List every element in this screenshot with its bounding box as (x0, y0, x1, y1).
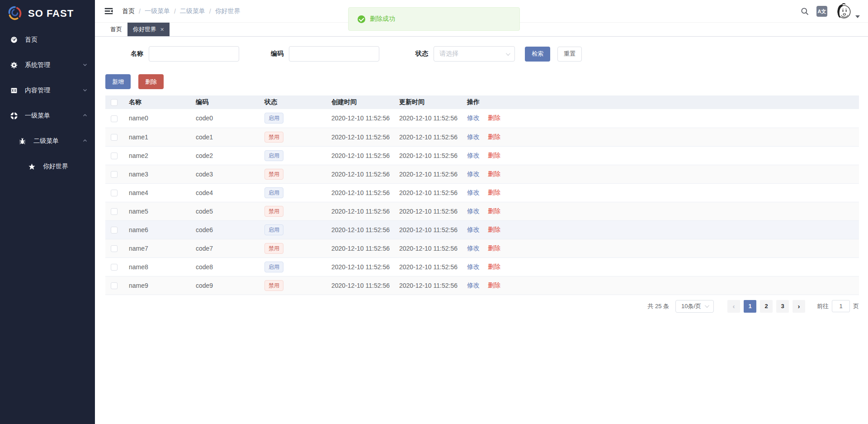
edit-link[interactable]: 修改 (467, 263, 480, 270)
edit-link[interactable]: 修改 (467, 189, 480, 196)
language-icon[interactable]: A文 (816, 6, 827, 17)
row-checkbox[interactable] (111, 152, 118, 159)
success-check-icon (358, 15, 365, 23)
sidebar-item-content[interactable]: 内容管理 (0, 78, 95, 103)
sidebar: SO FAST 首页 (0, 0, 95, 424)
cell-updated-time: 2020-12-10 11:52:56 (399, 146, 467, 165)
app-root: SO FAST 首页 (0, 0, 868, 424)
row-checkbox[interactable] (111, 264, 118, 271)
goto-page-input[interactable] (832, 300, 850, 312)
row-checkbox[interactable] (111, 227, 118, 233)
sidebar-item-system[interactable]: 系统管理 (0, 52, 95, 78)
edit-link[interactable]: 修改 (467, 152, 480, 159)
page-button-3[interactable]: 3 (776, 300, 789, 313)
row-checkbox[interactable] (111, 208, 118, 215)
cell-code: code6 (196, 220, 264, 239)
delete-link[interactable]: 删除 (488, 170, 500, 177)
edit-link[interactable]: 修改 (467, 281, 480, 289)
pagination: 共 25 条 10条/页 1 2 3 前往 页 (105, 300, 859, 313)
delete-link[interactable]: 删除 (488, 281, 500, 289)
row-checkbox[interactable] (111, 134, 118, 141)
status-badge: 启用 (264, 262, 283, 272)
code-input[interactable] (289, 46, 379, 62)
sidebar-item-level1-menu[interactable]: 一级菜单 (0, 103, 95, 129)
table-row: name1 code1 禁用 2020-12-10 11:52:56 2020-… (105, 128, 859, 146)
delete-link[interactable]: 删除 (488, 263, 500, 270)
gear-icon (10, 61, 18, 69)
logo-swirl-icon (5, 4, 24, 23)
cell-updated-time: 2020-12-10 11:52:56 (399, 257, 467, 276)
delete-link[interactable]: 删除 (488, 114, 500, 121)
tab-hello-world[interactable]: 你好世界 ✕ (127, 23, 170, 36)
search-button[interactable]: 检索 (525, 47, 550, 62)
logo-text: SO FAST (28, 8, 74, 19)
row-checkbox[interactable] (111, 190, 118, 196)
delete-link[interactable]: 删除 (488, 226, 500, 233)
status-select[interactable]: 请选择 (434, 46, 515, 62)
sidebar-item-label: 你好世界 (43, 162, 68, 171)
status-badge: 启用 (264, 113, 283, 124)
status-badge: 禁用 (264, 206, 283, 217)
delete-link[interactable]: 删除 (488, 244, 500, 252)
sidebar-toggle-icon[interactable] (104, 6, 114, 16)
add-button[interactable]: 新增 (105, 74, 131, 89)
next-page-button[interactable] (793, 300, 805, 313)
tab-home[interactable]: 首页 (105, 23, 127, 36)
reset-button[interactable]: 重置 (557, 47, 582, 62)
name-input[interactable] (149, 46, 239, 62)
edit-link[interactable]: 修改 (467, 244, 480, 252)
cell-code: code7 (196, 239, 264, 257)
row-checkbox[interactable] (111, 171, 118, 178)
page-content: 名称 编码 状态 请选择 检索 重置 新增 删除 (95, 37, 868, 424)
delete-link[interactable]: 删除 (488, 189, 500, 196)
status-badge: 禁用 (264, 169, 283, 180)
search-icon[interactable] (800, 7, 809, 16)
sidebar-item-hello-world[interactable]: 你好世界 (0, 154, 95, 179)
delete-button[interactable]: 删除 (138, 74, 164, 89)
delete-link[interactable]: 删除 (488, 133, 500, 140)
tab-close-icon[interactable]: ✕ (160, 27, 164, 32)
edit-link[interactable]: 修改 (467, 226, 480, 233)
cell-name: name5 (129, 202, 196, 220)
cell-updated-time: 2020-12-10 11:52:56 (399, 276, 467, 295)
pager: 1 2 3 (726, 300, 807, 313)
page-button-2[interactable]: 2 (760, 300, 773, 313)
row-checkbox[interactable] (111, 282, 118, 289)
avatar-dropdown[interactable] (834, 2, 860, 21)
cell-updated-time: 2020-12-10 11:52:56 (399, 202, 467, 220)
prev-page-button[interactable] (727, 300, 740, 313)
table-row: name9 code9 禁用 2020-12-10 11:52:56 2020-… (105, 276, 859, 295)
pagination-total: 共 25 条 (647, 302, 669, 310)
cell-updated-time: 2020-12-10 11:52:56 (399, 239, 467, 257)
cell-created-time: 2020-12-10 11:52:56 (331, 183, 399, 202)
table-row: name4 code4 启用 2020-12-10 11:52:56 2020-… (105, 183, 859, 202)
success-toast: 删除成功 (348, 7, 520, 31)
sidebar-item-label: 内容管理 (25, 86, 50, 95)
cell-created-time: 2020-12-10 11:52:56 (331, 276, 399, 295)
cell-name: name0 (129, 109, 196, 128)
row-checkbox[interactable] (111, 245, 118, 252)
edit-link[interactable]: 修改 (467, 207, 480, 214)
cell-created-time: 2020-12-10 11:52:56 (331, 257, 399, 276)
cell-code: code5 (196, 202, 264, 220)
cell-name: name1 (129, 128, 196, 146)
sidebar-item-level2-menu[interactable]: 二级菜单 (0, 129, 95, 154)
page-button-1[interactable]: 1 (744, 300, 756, 313)
status-badge: 启用 (264, 150, 283, 161)
cell-code: code1 (196, 128, 264, 146)
edit-link[interactable]: 修改 (467, 133, 480, 140)
edit-link[interactable]: 修改 (467, 170, 480, 177)
delete-link[interactable]: 删除 (488, 207, 500, 214)
page-size-select[interactable]: 10条/页 (675, 300, 714, 313)
breadcrumb-item-home[interactable]: 首页 (122, 7, 135, 15)
status-badge: 禁用 (264, 243, 283, 254)
sidebar-item-home[interactable]: 首页 (0, 27, 95, 52)
breadcrumb: 首页 / 一级菜单 / 二级菜单 / 你好世界 (122, 7, 241, 15)
logo: SO FAST (0, 0, 95, 27)
select-all-checkbox[interactable] (111, 99, 118, 106)
sidebar-item-label: 首页 (25, 36, 38, 44)
status-badge: 禁用 (264, 280, 283, 291)
delete-link[interactable]: 删除 (488, 152, 500, 159)
row-checkbox[interactable] (111, 115, 118, 122)
edit-link[interactable]: 修改 (467, 114, 480, 121)
